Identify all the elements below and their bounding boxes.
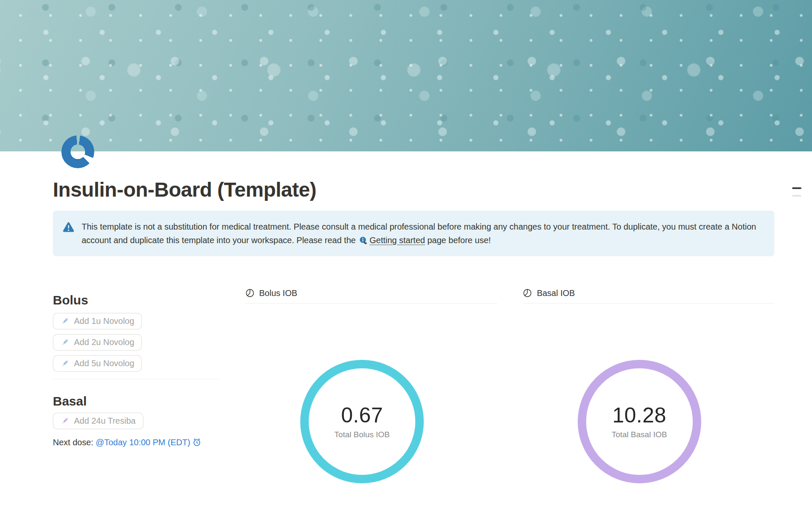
columns-row: Bolus Add 1u Novolog (53, 287, 774, 483)
next-dose-line: Next dose: @Today 10:00 PM (EDT) (53, 436, 220, 448)
toc-indicator-bar[interactable] (792, 187, 801, 189)
actions-column: Bolus Add 1u Novolog (53, 287, 220, 483)
chart-title: Bolus IOB (259, 288, 297, 298)
donut-center-label: Total Bolus IOB (335, 430, 390, 439)
donut-center-value: 0.67 (341, 404, 383, 426)
donut-ring: 0.67 Total Bolus IOB (300, 360, 424, 483)
page-link-icon (359, 236, 368, 245)
next-dose-date-mention[interactable]: @Today 10:00 PM (EDT) (96, 438, 201, 447)
section-divider (53, 379, 219, 379)
page-content: Insulin-on-Board (Template) This templat… (53, 151, 774, 483)
donut-ring: 10.28 Total Basal IOB (578, 360, 701, 483)
callout-text-after-link: page before use! (425, 236, 491, 245)
callout-text: This template is not a substitution for … (82, 220, 764, 247)
donut-center-label: Total Basal IOB (612, 430, 667, 439)
pie-chart-icon (523, 288, 532, 298)
next-dose-label: Next dose: (53, 438, 96, 447)
toc-indicator-bar[interactable] (792, 195, 801, 197)
bolus-iob-donut-chart: 0.67 Total Bolus IOB (236, 360, 488, 483)
button-label: Add 24u Tresiba (74, 416, 136, 426)
basal-heading: Basal (53, 395, 220, 408)
chart-header-divider (245, 303, 498, 304)
button-label: Add 2u Novolog (74, 337, 134, 347)
add-24u-tresiba-button[interactable]: Add 24u Tresiba (53, 413, 143, 429)
notion-page: Insulin-on-Board (Template) This templat… (0, 0, 812, 507)
page-title[interactable]: Insulin-on-Board (Template) (53, 178, 774, 202)
add-2u-novolog-button[interactable]: Add 2u Novolog (53, 334, 142, 351)
add-5u-novolog-button[interactable]: Add 5u Novolog (53, 355, 142, 372)
button-label: Add 5u Novolog (74, 359, 134, 368)
chart-title: Basal IOB (537, 288, 575, 298)
basal-iob-chart-header[interactable]: Basal IOB (523, 287, 774, 299)
bolus-iob-chart-card: Bolus IOB 0.67 Total Bolus IOB (245, 287, 498, 483)
warning-icon (62, 221, 75, 233)
table-of-contents-indicator[interactable] (792, 187, 801, 197)
basal-iob-chart-card: Basal IOB 10.28 Total Basal IOB (523, 287, 774, 483)
chart-header-divider (523, 303, 774, 304)
cover-image (0, 0, 812, 151)
mention-text: @Today 10:00 PM (EDT) (96, 438, 190, 447)
basal-iob-donut-chart: 10.28 Total Basal IOB (513, 360, 765, 483)
button-label: Add 1u Novolog (74, 316, 134, 326)
syringe-icon (60, 317, 69, 326)
donut-center-value: 10.28 (612, 404, 667, 426)
syringe-icon (60, 417, 69, 425)
syringe-icon (60, 338, 69, 347)
getting-started-link[interactable]: Getting started (370, 236, 425, 245)
alarm-clock-icon (192, 438, 201, 447)
warning-callout: This template is not a substitution for … (53, 211, 774, 256)
syringe-icon (60, 359, 69, 368)
bolus-heading: Bolus (53, 293, 220, 307)
add-1u-novolog-button[interactable]: Add 1u Novolog (53, 313, 142, 329)
pie-chart-icon (245, 288, 255, 298)
bolus-iob-chart-header[interactable]: Bolus IOB (245, 287, 498, 299)
